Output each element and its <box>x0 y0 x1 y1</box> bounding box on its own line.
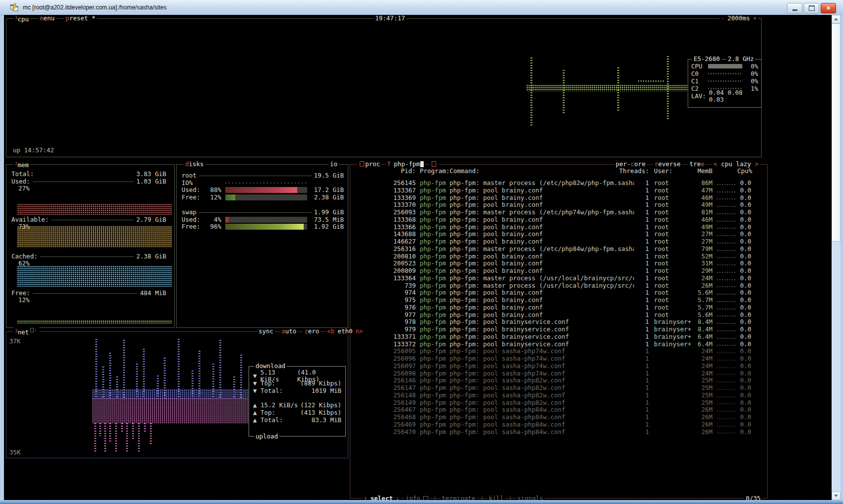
header-pid[interactable]: Pid: <box>352 168 416 175</box>
process-row[interactable]: 200809 php-fpm php-fpm: pool brainy.conf… <box>352 267 751 275</box>
proc-filter-input[interactable]: fphp-fpm <box>386 161 425 168</box>
signals-button[interactable]: signals <box>516 495 545 500</box>
process-table-header: Pid: Program: Command: Threads: User: Me… <box>352 168 751 175</box>
scroll-down-button[interactable] <box>832 492 841 500</box>
process-pid: 146627 <box>352 238 416 246</box>
process-threads: 1 <box>634 392 649 399</box>
maximize-button[interactable] <box>804 3 819 13</box>
process-row[interactable]: 146627 php-fpm php-fpm: pool brainy.conf… <box>352 238 751 246</box>
process-row[interactable]: 256468 php-fpm php-fpm: pool sasha-php84… <box>352 414 751 421</box>
process-row[interactable]: 133364 php-fpm php-fpm: master process (… <box>352 275 751 282</box>
process-program: php-fpm <box>420 224 450 231</box>
footer-separator <box>510 496 511 500</box>
process-pid: 256470 <box>352 429 416 436</box>
process-cpu-graph <box>715 406 737 414</box>
process-row[interactable]: 739 php-fpm php-fpm: master process (/us… <box>352 282 751 290</box>
process-row[interactable]: 256093 php-fpm php-fpm: master process (… <box>352 209 751 216</box>
sort-column-switcher[interactable]: <cpu lazy> <box>712 161 760 168</box>
process-row[interactable]: 256147 php-fpm php-fpm: pool sasha-php82… <box>352 384 751 392</box>
net-auto-button[interactable]: auto <box>280 328 298 335</box>
process-row[interactable]: 256098 php-fpm php-fpm: pool sasha-php74… <box>352 370 751 378</box>
net-interface-switcher[interactable]: <beth0n> <box>325 328 364 335</box>
io-toggle-button[interactable]: io <box>328 161 339 168</box>
disks-box-title[interactable]: disks <box>184 161 205 168</box>
interval-increase-button[interactable]: + <box>751 15 758 22</box>
minimize-button[interactable] <box>787 3 802 13</box>
sort-next-button[interactable]: > <box>755 160 759 168</box>
net-box-title[interactable]: 3net' <box>13 327 39 336</box>
process-row[interactable]: 256095 php-fpm php-fpm: pool sasha-php74… <box>352 348 751 355</box>
cpu-box-title[interactable]: 1cpu <box>13 15 30 23</box>
iface-next-button[interactable]: n> <box>356 327 363 335</box>
cpu-total-row: CPU 0% <box>688 63 761 70</box>
interval-decrease-button[interactable]: - <box>719 15 726 22</box>
process-row[interactable]: 256146 php-fpm php-fpm: pool sasha-php82… <box>352 377 751 384</box>
mem-available-row: Available:2.79 GiB <box>11 216 166 223</box>
close-button[interactable]: ✕ <box>821 3 836 13</box>
process-row[interactable]: 256145 php-fpm php-fpm: master process (… <box>352 180 751 187</box>
iface-prev-button[interactable]: <b <box>327 327 334 335</box>
net-zero-button[interactable]: zero <box>303 328 321 335</box>
reverse-toggle[interactable]: reverse <box>653 161 682 168</box>
process-row[interactable]: 133368 php-fpm php-fpm: pool brainy.conf… <box>352 216 751 224</box>
process-row[interactable]: 979 php-fpm php-fpm: pool brainyservice.… <box>352 326 751 333</box>
preset-button[interactable]: preset * <box>64 15 97 22</box>
process-program: php-fpm <box>420 348 450 355</box>
header-memory[interactable]: MemB <box>697 168 713 175</box>
terminate-button[interactable]: terminate <box>440 495 477 500</box>
process-row[interactable]: 256148 php-fpm php-fpm: pool sasha-php82… <box>352 392 751 399</box>
process-row[interactable]: 143688 php-fpm php-fpm: pool brainy.conf… <box>352 231 751 238</box>
disk-root-io-label: IO% <box>182 180 204 187</box>
process-row[interactable]: 133371 php-fpm php-fpm: pool brainyservi… <box>352 333 751 341</box>
process-memory: 5.7M <box>697 297 713 304</box>
tree-toggle[interactable]: tree <box>688 161 706 168</box>
process-row[interactable]: 133369 php-fpm php-fpm: pool brainy.conf… <box>352 194 751 202</box>
process-cpu-graph <box>715 377 737 384</box>
per-core-toggle[interactable]: per-core <box>614 161 647 168</box>
info-button[interactable]: info <box>404 495 430 500</box>
scrollbar-thumb[interactable] <box>832 23 841 242</box>
process-row[interactable]: 133367 php-fpm php-fpm: pool brainy.conf… <box>352 187 751 194</box>
process-row[interactable]: 977 php-fpm php-fpm: pool brainy.conf 1 … <box>352 312 751 319</box>
process-program: php-fpm <box>420 201 450 209</box>
header-user[interactable]: User: <box>654 168 673 175</box>
process-row[interactable]: 256467 php-fpm php-fpm: pool sasha-php84… <box>352 406 751 414</box>
process-row[interactable]: 256470 php-fpm php-fpm: pool sasha-php84… <box>352 429 751 436</box>
process-row[interactable]: 133366 php-fpm php-fpm: pool brainy.conf… <box>352 224 751 231</box>
download-arrow-icon: ▼ <box>253 387 260 394</box>
disk-root-free-label: Free: <box>182 194 204 201</box>
process-row[interactable]: 976 php-fpm php-fpm: pool brainy.conf 1 … <box>352 304 751 312</box>
kill-button[interactable]: kill <box>487 495 505 500</box>
process-row[interactable]: 975 php-fpm php-fpm: pool brainy.conf 1 … <box>352 297 751 304</box>
process-row[interactable]: 256097 php-fpm php-fpm: pool sasha-php74… <box>352 363 751 370</box>
process-row[interactable]: 133372 php-fpm php-fpm: pool brainyservi… <box>352 341 751 348</box>
process-row[interactable]: 256149 php-fpm php-fpm: pool sasha-php82… <box>352 399 751 407</box>
window-titlebar[interactable]: mc [root@a202.itdeveloper.com.ua]:/home/… <box>0 0 843 15</box>
select-control[interactable]: ↑select↓ <box>362 495 401 500</box>
graph-spike <box>219 340 221 398</box>
window-scrollbar[interactable] <box>832 15 841 500</box>
process-pid: 133370 <box>352 201 416 209</box>
process-row[interactable]: 256316 php-fpm php-fpm: master process (… <box>352 246 751 253</box>
graph-spike <box>178 339 180 398</box>
process-row[interactable]: 133370 php-fpm php-fpm: pool brainy.conf… <box>352 201 751 209</box>
process-threads: 1 <box>634 209 649 216</box>
header-cpu[interactable]: Cpu% <box>737 168 751 175</box>
scroll-up-button[interactable] <box>832 15 841 23</box>
process-row[interactable]: 200810 php-fpm php-fpm: pool brainy.conf… <box>352 253 751 260</box>
net-sync-button[interactable]: sync <box>257 328 275 335</box>
process-user: root <box>654 312 697 319</box>
menu-button[interactable]: menu <box>38 15 56 22</box>
process-row[interactable]: 200523 php-fpm php-fpm: pool brainy.conf… <box>352 260 751 267</box>
process-row[interactable]: 256096 php-fpm php-fpm: pool sasha-php74… <box>352 355 751 363</box>
process-user: root <box>654 216 697 224</box>
process-row[interactable]: 974 php-fpm php-fpm: pool brainy.conf 1 … <box>352 289 751 297</box>
header-threads[interactable]: Threads: <box>609 168 649 175</box>
mem-box-title[interactable]: 2mem <box>13 160 30 169</box>
process-row[interactable]: 256469 php-fpm php-fpm: pool sasha-php84… <box>352 421 751 429</box>
process-threads: 1 <box>634 312 649 319</box>
process-row[interactable]: 978 php-fpm php-fpm: pool brainyservice.… <box>352 318 751 326</box>
proc-box-title[interactable]: proc <box>357 161 382 168</box>
header-program[interactable]: Program: <box>420 168 450 175</box>
header-command[interactable]: Command: <box>450 168 479 175</box>
